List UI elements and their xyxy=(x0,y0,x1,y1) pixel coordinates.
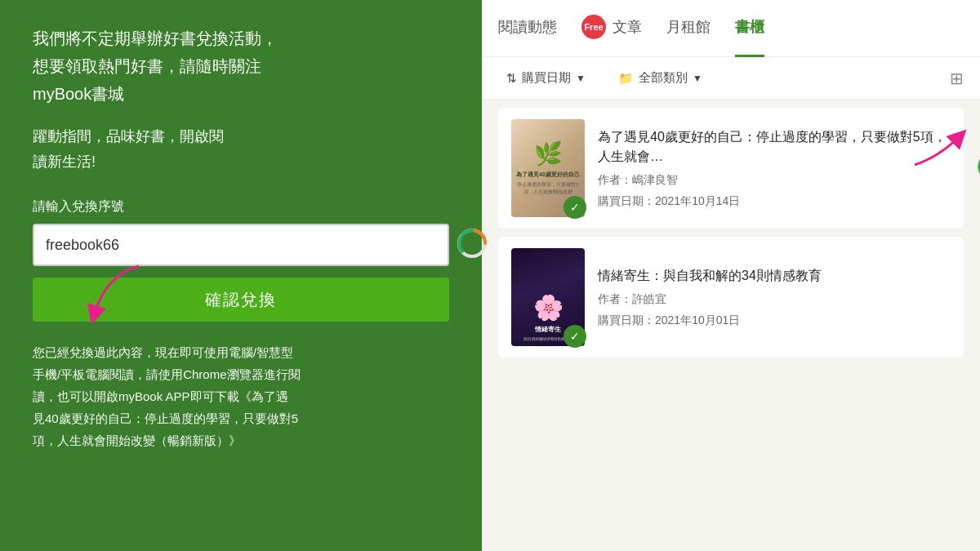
grid-icon: ⊞ xyxy=(950,69,964,87)
book-author-1: 作者：嶋津良智 xyxy=(598,173,951,188)
input-container xyxy=(33,224,449,266)
book-card[interactable]: 🌿 為了遇見40歲更好的自己 停止過度的學習，只要做對5項，人生就會開始改變 為… xyxy=(498,108,964,229)
book-info-1: 為了遇見40歲更好的自己：停止過度的學習，只要做對5項，人生就會… 作者：嶋津良… xyxy=(598,119,951,217)
cover-1-title-text: 為了遇見40歲更好的自己 xyxy=(516,171,580,179)
arrow-to-title xyxy=(906,124,972,173)
result-text: 您已經兌換過此內容，現在即可使用電腦/智慧型 手機/平板電腦閱讀，請使用Chro… xyxy=(33,341,449,451)
promo-text: 我們將不定期舉辦好書兌換活動， 想要領取熱門好書，請隨時關注 myBook書城 xyxy=(33,24,449,108)
download-badge-2[interactable]: ✓ xyxy=(564,325,586,348)
nav-item-reading[interactable]: 閱讀動態 xyxy=(498,0,557,57)
arrow-to-input xyxy=(82,258,155,331)
nav-item-monthly[interactable]: 月租館 xyxy=(666,0,710,57)
book-title-1: 為了遇見40歲更好的自己：停止過度的學習，只要做對5項，人生就會… xyxy=(598,127,951,167)
book-date-2: 購買日期：2021年10月01日 xyxy=(598,313,951,328)
right-spinner xyxy=(976,150,980,186)
floral-icon: 🌸 xyxy=(533,293,564,322)
slogan-text: 躍動指間，品味好書，開啟閱 讀新生活! xyxy=(33,124,449,174)
category-chevron-icon: ▼ xyxy=(693,73,702,84)
grid-view-button[interactable]: ⊞ xyxy=(950,69,964,88)
plant-icon: 🌿 xyxy=(534,140,563,167)
articles-label: 文章 xyxy=(612,17,642,37)
right-panel: 閱讀動態 Free 文章 月租館 書櫃 ⇅ 購買日期 ▼ 📁 全部類別 ▼ ⊞ … xyxy=(482,0,980,551)
sort-chevron-icon: ▼ xyxy=(576,73,586,84)
cover-2-title-text: 情緒寄生 xyxy=(535,325,561,334)
book-title-2: 情緒寄生：與自我和解的34則情感教育 xyxy=(598,266,951,286)
book-list: 🌿 為了遇見40歲更好的自己 停止過度的學習，只要做對5項，人生就會開始改變 為… xyxy=(482,100,980,551)
folder-icon: 📁 xyxy=(618,71,634,86)
sort-icon: ⇅ xyxy=(506,71,517,86)
free-badge: Free xyxy=(581,15,606,39)
book-card-2[interactable]: 🌸 情緒寄生 與自我和解的34則情感教育 情緒寄生：與自我和解的34則情感教育 … xyxy=(498,237,964,358)
book-date-1: 購買日期：2021年10月14日 xyxy=(598,194,951,209)
book-author-2: 作者：許皓宜 xyxy=(598,292,951,307)
left-panel: 我們將不定期舉辦好書兌換活動， 想要領取熱門好書，請隨時關注 myBook書城 … xyxy=(0,0,482,551)
category-button[interactable]: 📁 全部類別 ▼ xyxy=(610,65,710,91)
download-badge-1[interactable]: ✓ xyxy=(564,196,586,219)
filter-bar: ⇅ 購買日期 ▼ 📁 全部類別 ▼ ⊞ xyxy=(482,57,980,100)
cover-1-subtitle: 停止過度的學習，只要做對5項，人生就會開始改變 xyxy=(516,181,580,196)
category-label: 全部類別 xyxy=(639,70,688,86)
nav-item-bookshelf[interactable]: 書櫃 xyxy=(735,0,764,57)
exchange-label: 請輸入兌換序號 xyxy=(33,198,449,216)
top-nav: 閱讀動態 Free 文章 月租館 書櫃 xyxy=(482,0,980,57)
sort-button[interactable]: ⇅ 購買日期 ▼ xyxy=(498,65,594,91)
sort-label: 購買日期 xyxy=(522,70,571,86)
book-info-2: 情緒寄生：與自我和解的34則情感教育 作者：許皓宜 購買日期：2021年10月0… xyxy=(598,248,951,346)
loading-spinner xyxy=(456,227,488,263)
nav-item-articles[interactable]: Free 文章 xyxy=(581,0,642,60)
